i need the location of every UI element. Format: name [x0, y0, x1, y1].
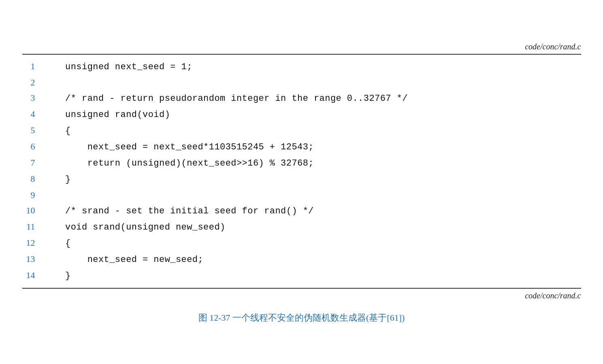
line-number: 10 — [22, 203, 43, 218]
code-container: code/conc/rand.c 1 unsigned next_seed = … — [22, 40, 581, 324]
line-content: unsigned next_seed = 1; — [43, 60, 192, 75]
code-line: 7 return (unsigned)(next_seed>>16) % 327… — [22, 155, 581, 171]
code-line: 13 next_seed = new_seed; — [22, 251, 581, 268]
line-content: } — [43, 172, 71, 187]
line-content: void srand(unsigned new_seed) — [43, 220, 226, 235]
code-line: 5 { — [22, 123, 581, 139]
filename-bottom: code/conc/rand.c — [22, 289, 581, 302]
line-number: 11 — [22, 219, 43, 234]
line-content: /* srand - set the initial seed for rand… — [43, 204, 314, 219]
line-number: 7 — [22, 155, 43, 170]
code-line: 8 } — [22, 171, 581, 187]
code-line: 9 — [22, 187, 581, 203]
line-number: 2 — [22, 75, 43, 90]
line-content: next_seed = new_seed; — [43, 252, 204, 268]
caption: 图 12-37 一个线程不安全的伪随机数生成器(基于[61]) — [22, 312, 581, 324]
line-number: 9 — [22, 187, 43, 203]
line-number: 4 — [22, 106, 43, 122]
line-content: } — [43, 268, 71, 284]
caption-prefix: 图 12-37 — [198, 313, 230, 323]
line-number: 12 — [22, 235, 43, 251]
line-content: return (unsigned)(next_seed>>16) % 32768… — [43, 156, 314, 171]
caption-text: 一个线程不安全的伪随机数生成器(基于[61]) — [230, 313, 405, 323]
code-line: 10 /* srand - set the initial seed for r… — [22, 203, 581, 219]
line-content: unsigned rand(void) — [43, 107, 170, 123]
line-number: 1 — [22, 59, 43, 74]
line-content: { — [43, 236, 71, 251]
line-number: 5 — [22, 123, 43, 138]
code-line: 12 { — [22, 235, 581, 251]
line-content: next_seed = next_seed*1103515245 + 12543… — [43, 140, 314, 155]
filename-top: code/conc/rand.c — [22, 40, 581, 54]
code-line: 11 void srand(unsigned new_seed) — [22, 219, 581, 235]
code-line: 4 unsigned rand(void) — [22, 106, 581, 123]
line-number: 3 — [22, 90, 43, 106]
line-number: 8 — [22, 171, 43, 187]
line-number: 13 — [22, 251, 43, 267]
code-line: 6 next_seed = next_seed*1103515245 + 125… — [22, 139, 581, 155]
line-content: /* rand - return pseudorandom integer in… — [43, 91, 408, 106]
line-number: 14 — [22, 268, 43, 283]
code-line: 1 unsigned next_seed = 1; — [22, 59, 581, 75]
code-block: 1 unsigned next_seed = 1;23 /* rand - re… — [22, 55, 581, 288]
code-line: 14 } — [22, 268, 581, 284]
code-line: 2 — [22, 75, 581, 90]
line-number: 6 — [22, 139, 43, 154]
code-line: 3 /* rand - return pseudorandom integer … — [22, 90, 581, 106]
line-content: { — [43, 123, 71, 139]
